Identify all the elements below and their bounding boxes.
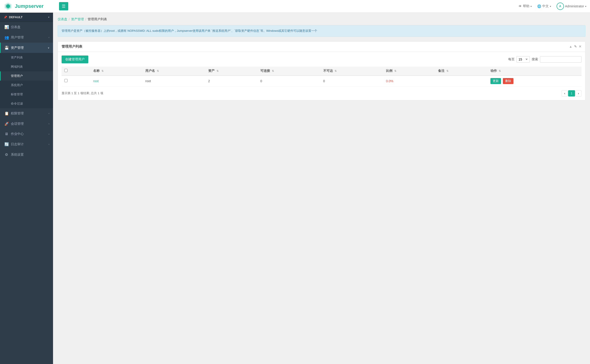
sidebar-subitem-admin-user[interactable]: 管理用户 (0, 71, 53, 81)
create-admin-user-button[interactable]: 创建管理用户 (61, 55, 88, 63)
nav-help[interactable]: 👁 帮助 ▾ (518, 4, 532, 8)
toolbar: 创建管理用户 每页 15 25 50 100 搜索 (61, 55, 582, 63)
system-settings-icon: ⚙ (4, 152, 8, 157)
sort-name-icon[interactable]: ⇅ (101, 70, 104, 72)
row-username-cell: root (142, 76, 205, 87)
panel-header-icons: ▲ ✎ ✕ (569, 45, 582, 48)
pagination-bar: 显示第 1 至 1 项结果; 总共 1 项 ‹ 1 › (61, 90, 582, 97)
top-nav-right: 👁 帮助 ▾ 🌐 中文 ▾ A Administrator ▾ (518, 3, 586, 10)
th-checkbox (61, 66, 90, 76)
session-mgmt-arrow-icon: ‹ (49, 123, 49, 125)
sidebar-subitem-tag-mgmt[interactable]: 标签管理 (0, 90, 53, 99)
org-icon: 📌 (4, 16, 7, 19)
cmd-filter-label: 命令过滤 (11, 102, 23, 106)
org-selector[interactable]: 📌 DEFAULT ▾ (0, 13, 53, 22)
table-head: 名称 ⇅ 用户名 ⇅ 资产 ⇅ (61, 66, 582, 76)
sidebar-subitem-asset-list[interactable]: 资产列表 (0, 53, 53, 62)
dashboard-icon: 📊 (4, 25, 8, 29)
sidebar-subitem-cmd-filter[interactable]: 命令过滤 (0, 99, 53, 108)
admin-label: Administrator (565, 4, 584, 8)
row-reachable: 0 (260, 79, 262, 83)
table-header-row: 名称 ⇅ 用户名 ⇅ 资产 ⇅ (61, 66, 582, 76)
delete-button[interactable]: 删除 (503, 78, 513, 84)
system-user-label: 系统用户 (11, 83, 23, 87)
th-ratio-label: 比例 (386, 69, 392, 72)
th-name-label: 名称 (93, 69, 100, 72)
collapse-icon[interactable]: ▲ (569, 45, 572, 48)
th-assets-label: 资产 (208, 69, 215, 72)
logo-icon (4, 2, 13, 11)
nav-lang[interactable]: 🌐 中文 ▾ (537, 4, 551, 8)
audit-log-arrow-icon: ‹ (49, 143, 49, 145)
sidebar-item-job-center[interactable]: 🖥 作业中心 ‹ (0, 129, 53, 139)
sidebar-subitem-system-user[interactable]: 系统用户 (0, 81, 53, 90)
table-row: root root 2 0 0 (61, 76, 582, 87)
eye-icon: 👁 (518, 4, 522, 8)
sidebar-item-user-mgmt[interactable]: 👥 用户管理 ‹ (0, 32, 53, 43)
sort-username-icon[interactable]: ⇅ (157, 70, 159, 72)
breadcrumb: 仪表盘 / 资产管理 / 管理用户列表 (58, 17, 585, 21)
sidebar-item-label: 作业中心 (11, 132, 46, 136)
breadcrumb-dashboard[interactable]: 仪表盘 (58, 17, 67, 21)
panel-body: 创建管理用户 每页 15 25 50 100 搜索 (58, 52, 585, 100)
search-input[interactable] (540, 56, 582, 63)
select-all-checkbox[interactable] (64, 69, 67, 72)
breadcrumb-asset-mgmt[interactable]: 资产管理 (71, 17, 84, 21)
admin-users-table: 名称 ⇅ 用户名 ⇅ 资产 ⇅ (61, 66, 582, 87)
prev-page-button[interactable]: ‹ (562, 90, 568, 97)
th-unreachable-label: 不可达 (323, 69, 333, 72)
th-action-label: 动作 (490, 69, 497, 72)
th-assets: 资产 ⇅ (205, 66, 258, 76)
close-icon[interactable]: ✕ (579, 45, 582, 48)
row-name-link[interactable]: root (93, 79, 99, 83)
row-assets-cell: 2 (205, 76, 258, 87)
session-mgmt-icon: 🚀 (4, 122, 8, 126)
help-label: 帮助 (523, 4, 529, 8)
row-checkbox[interactable] (64, 79, 67, 82)
perm-mgmt-icon: 📋 (4, 111, 8, 116)
sort-assets-icon[interactable]: ⇅ (216, 70, 219, 72)
asset-mgmt-icon: 💾 (4, 46, 8, 50)
sidebar-subitem-domain-list[interactable]: 网域列表 (0, 62, 53, 71)
row-assets: 2 (208, 79, 210, 83)
sidebar-item-dashboard[interactable]: 📊 仪表盘 (0, 22, 53, 32)
job-center-icon: 🖥 (4, 132, 8, 136)
sort-reachable-icon[interactable]: ⇅ (272, 70, 274, 72)
th-note-label: 备注 (438, 69, 444, 72)
menu-toggle-button[interactable]: ☰ (59, 2, 68, 10)
next-page-button[interactable]: › (576, 90, 582, 97)
sort-note-icon[interactable]: ⇅ (446, 70, 449, 72)
row-note-cell (435, 76, 487, 87)
logo-text: Jumpserver (15, 3, 44, 9)
sidebar-item-label: 权限管理 (11, 111, 46, 116)
sidebar-item-perm-mgmt[interactable]: 📋 权限管理 ‹ (0, 108, 53, 119)
row-reachable-cell: 0 (258, 76, 320, 87)
sidebar-item-system-settings[interactable]: ⚙ 系统设置 (0, 150, 53, 160)
per-page-select[interactable]: 15 25 50 100 (516, 56, 530, 63)
current-page-button[interactable]: 1 (568, 90, 575, 97)
sort-action-icon[interactable]: ⇅ (499, 70, 501, 72)
org-name: DEFAULT (9, 15, 23, 19)
sidebar-item-session-mgmt[interactable]: 🚀 会话管理 ‹ (0, 119, 53, 129)
row-unreachable-cell: 0 (321, 76, 383, 87)
main-content: 仪表盘 / 资产管理 / 管理用户列表 管理用户是资产（被控服务器）上的root… (53, 13, 590, 364)
job-center-arrow-icon: ‹ (49, 133, 49, 135)
th-action: 动作 ⇅ (488, 66, 582, 76)
update-button[interactable]: 更新 (490, 78, 501, 84)
settings-icon[interactable]: ✎ (574, 45, 577, 48)
asset-submenu: 资产列表 网域列表 管理用户 系统用户 标签管理 命令过滤 (0, 53, 53, 108)
admin-arrow-icon: ▾ (585, 5, 586, 8)
nav-admin[interactable]: A Administrator ▾ (556, 3, 586, 10)
sort-unreachable-icon[interactable]: ⇅ (335, 70, 337, 72)
sort-ratio-icon[interactable]: ⇅ (394, 70, 396, 72)
sidebar-item-asset-mgmt[interactable]: 💾 资产管理 ∨ (0, 43, 53, 53)
row-name-cell: root (90, 76, 142, 87)
info-box: 管理用户是资产（被控服务器）上的root，或拥有 NOPASSWD: ALL s… (58, 25, 585, 37)
top-nav: Jumpserver ☰ 👁 帮助 ▾ 🌐 中文 ▾ A Administrat… (0, 0, 590, 13)
sidebar-item-audit-log[interactable]: 🔄 日志审计 ‹ (0, 139, 53, 150)
panel-title: 管理用户列表 (61, 45, 82, 49)
sidebar-item-label: 系统设置 (11, 153, 49, 157)
row-action-cell: 更新 删除 (488, 76, 582, 87)
asset-list-label: 资产列表 (11, 55, 23, 60)
globe-icon: 🌐 (537, 4, 541, 8)
